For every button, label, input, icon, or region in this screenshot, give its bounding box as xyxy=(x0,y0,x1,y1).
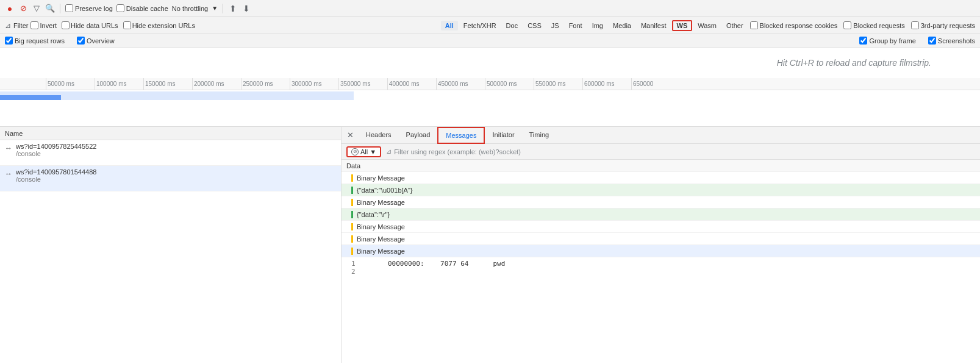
tab-messages[interactable]: Messages xyxy=(437,127,485,144)
hex-row-1: 1 00000000: 7077 64 pwd xyxy=(351,260,970,268)
list-item[interactable]: {"data":"\u001b[A"} xyxy=(342,184,980,196)
request-path: /console xyxy=(16,176,336,183)
blocked-cookies-checkbox[interactable]: Blocked response cookies xyxy=(750,21,838,29)
invert-checkbox[interactable]: Invert xyxy=(30,21,57,29)
messages-filter-row: ⊘ All ▼ ⊿ Filter using regex (example: (… xyxy=(342,144,980,160)
overview-input[interactable] xyxy=(77,37,85,45)
filter-regex-container: ⊿ Filter using regex (example: (web)?soc… xyxy=(386,148,975,155)
type-btn-fetch-xhr[interactable]: Fetch/XHR xyxy=(459,21,501,30)
overview-checkbox[interactable]: Overview xyxy=(77,37,115,45)
tick-600000: 600000 ms xyxy=(582,78,614,90)
blocked-requests-checkbox[interactable]: Blocked requests xyxy=(843,21,904,29)
hide-data-urls-input[interactable] xyxy=(62,21,70,29)
hex-row-2: 2 xyxy=(351,268,970,276)
big-request-rows-checkbox[interactable]: Big request rows xyxy=(5,37,65,45)
hide-extension-urls-input[interactable] xyxy=(123,21,131,29)
tab-timing[interactable]: Timing xyxy=(522,127,557,144)
messages-filter-dropdown[interactable]: ⊘ All ▼ xyxy=(346,146,381,157)
messages-panel: ⊘ All ▼ ⊿ Filter using regex (example: (… xyxy=(342,144,980,363)
left-panel: Name ↔ ws?id=1400957825445522 /console ↔… xyxy=(0,127,342,363)
timeline-active-bar xyxy=(0,95,61,100)
tick-150000: 150000 ms xyxy=(143,78,175,90)
preserve-log-checkbox[interactable]: Preserve log xyxy=(65,4,113,12)
hex-decoded: pwd xyxy=(493,260,505,268)
request-info: ws?id=1400957825445522 /console xyxy=(16,143,336,157)
list-item[interactable]: Binary Message xyxy=(342,245,980,257)
list-item[interactable]: Binary Message xyxy=(342,172,980,184)
type-btn-font[interactable]: Font xyxy=(565,21,587,30)
filter-funnel-icon2: ⊿ xyxy=(386,148,392,155)
throttle-arrow[interactable]: ▼ xyxy=(212,5,218,12)
screenshots-input[interactable] xyxy=(928,37,936,45)
tab-initiator[interactable]: Initiator xyxy=(485,127,521,144)
type-btn-js[interactable]: JS xyxy=(547,21,563,30)
capture-area: Hit Ctrl+R to reload and capture filmstr… xyxy=(0,48,980,78)
section-header-text: Data xyxy=(346,162,360,170)
type-btn-media[interactable]: Media xyxy=(609,21,635,30)
list-item[interactable]: Binary Message xyxy=(342,196,980,209)
tab-payload[interactable]: Payload xyxy=(399,127,438,144)
clear-icon[interactable]: ⊘ xyxy=(18,4,28,13)
request-id: ws?id=1400957825445522 xyxy=(16,143,336,150)
invert-input[interactable] xyxy=(30,21,38,29)
download-icon[interactable]: ⬇ xyxy=(241,4,251,13)
message-indicator xyxy=(351,199,353,206)
right-options: Group by frame Screenshots xyxy=(859,37,975,45)
message-text: Binary Message xyxy=(357,223,405,230)
group-by-frame-checkbox[interactable]: Group by frame xyxy=(859,37,915,45)
right-panel: ✕ Headers Payload Messages Initiator Tim… xyxy=(342,127,980,363)
hex-linenum-2: 2 xyxy=(351,268,363,276)
close-button[interactable]: ✕ xyxy=(344,129,356,141)
list-item[interactable]: Binary Message xyxy=(342,221,980,233)
tick-550000: 550000 ms xyxy=(534,78,565,90)
type-btn-other[interactable]: Other xyxy=(722,21,748,30)
message-text: Binary Message xyxy=(357,235,405,243)
timeline-header: 50000 ms 100000 ms 150000 ms 200000 ms 2… xyxy=(0,78,980,90)
hide-extension-urls-checkbox[interactable]: Hide extension URLs xyxy=(123,21,195,29)
request-item[interactable]: ↔ ws?id=1400957825445522 /console xyxy=(0,140,341,166)
disable-cache-checkbox[interactable]: Disable cache xyxy=(116,4,168,12)
big-request-rows-input[interactable] xyxy=(5,37,13,45)
all-filter-label: All xyxy=(360,148,368,155)
right-checkboxes: Blocked response cookies Blocked request… xyxy=(750,21,975,29)
request-item[interactable]: ↔ ws?id=1400957801544488 /console xyxy=(0,166,341,191)
tick-200000: 200000 ms xyxy=(192,78,224,90)
type-btn-ws[interactable]: WS xyxy=(672,20,693,31)
message-indicator xyxy=(351,248,353,255)
blocked-cookies-input[interactable] xyxy=(750,21,758,29)
message-text: Binary Message xyxy=(357,248,405,255)
main-area: Name ↔ ws?id=1400957825445522 /console ↔… xyxy=(0,127,980,363)
type-btn-css[interactable]: CSS xyxy=(523,21,546,30)
request-path: /console xyxy=(16,150,336,157)
preserve-log-input[interactable] xyxy=(65,4,73,12)
search-icon[interactable]: 🔍 xyxy=(45,4,55,13)
tick-350000: 350000 ms xyxy=(338,78,370,90)
third-party-input[interactable] xyxy=(911,21,919,29)
type-btn-all[interactable]: All xyxy=(441,21,458,30)
list-item[interactable]: {"data":"\r"} xyxy=(342,209,980,221)
col-header: Name xyxy=(0,127,341,140)
disable-cache-input[interactable] xyxy=(116,4,124,12)
filter-row: ⊿ Filter Invert Hide data URLs Hide exte… xyxy=(0,17,980,34)
blocked-requests-input[interactable] xyxy=(843,21,851,29)
detail-tabs: ✕ Headers Payload Messages Initiator Tim… xyxy=(342,127,980,144)
tab-headers[interactable]: Headers xyxy=(359,127,399,144)
message-text: Binary Message xyxy=(357,174,405,182)
type-buttons: All Fetch/XHR Doc CSS JS Font Img Media … xyxy=(441,20,748,31)
hide-data-urls-checkbox[interactable]: Hide data URLs xyxy=(62,21,118,29)
type-btn-doc[interactable]: Doc xyxy=(502,21,523,30)
type-btn-manifest[interactable]: Manifest xyxy=(637,21,671,30)
message-indicator-green xyxy=(351,187,353,194)
screenshots-checkbox[interactable]: Screenshots xyxy=(928,37,975,45)
third-party-checkbox[interactable]: 3rd-party requests xyxy=(911,21,975,29)
message-text: {"data":"\r"} xyxy=(357,211,390,218)
type-btn-img[interactable]: Img xyxy=(588,21,607,30)
timeline-bar-area[interactable] xyxy=(0,90,980,127)
list-item[interactable]: Binary Message xyxy=(342,233,980,245)
messages-list: Data Binary Message {"data":"\u001b[A"} … xyxy=(342,160,980,363)
record-icon[interactable]: ● xyxy=(5,4,15,13)
type-btn-wasm[interactable]: Wasm xyxy=(693,21,721,30)
filter-icon[interactable]: ▽ xyxy=(32,4,41,13)
group-by-frame-input[interactable] xyxy=(859,37,867,45)
upload-icon[interactable]: ⬆ xyxy=(228,4,238,13)
